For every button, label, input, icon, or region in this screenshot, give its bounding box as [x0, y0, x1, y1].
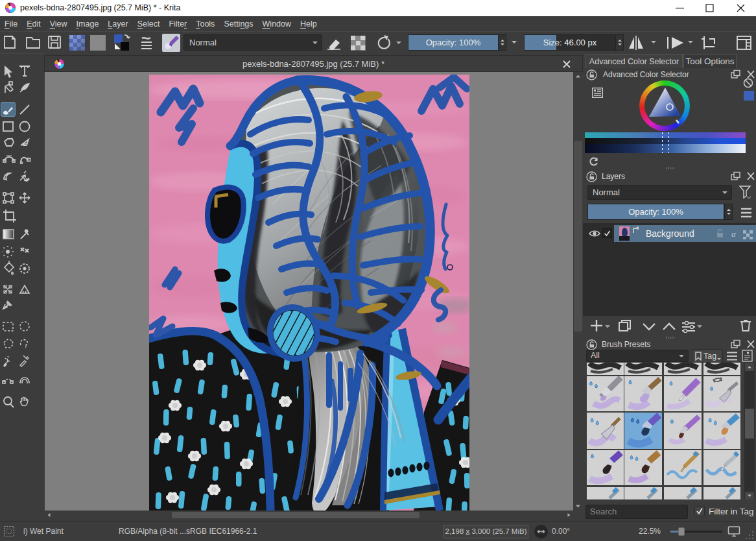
- svg-text:α: α: [731, 229, 737, 239]
